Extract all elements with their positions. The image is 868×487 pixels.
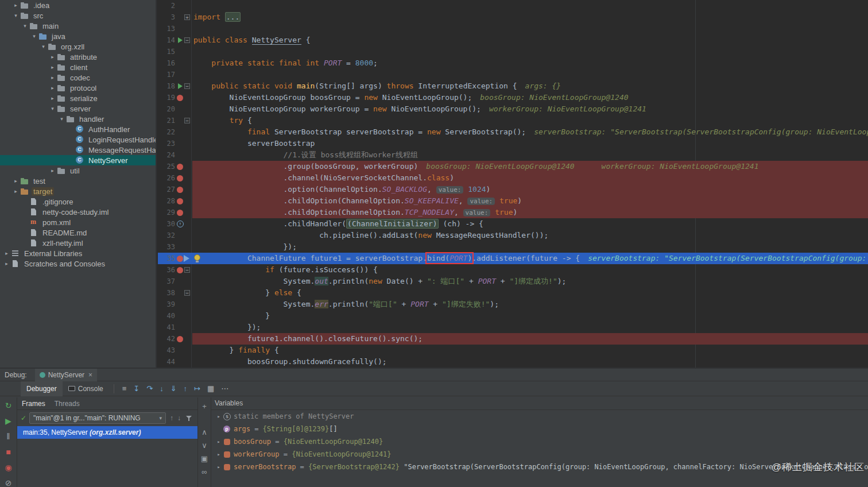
line-number[interactable]: 42	[158, 333, 175, 345]
code-text[interactable]: import ...	[193, 11, 241, 23]
line-number[interactable]: 25	[158, 161, 175, 172]
code-text[interactable]: });	[193, 322, 261, 333]
rerun-icon[interactable]: ↻	[5, 401, 12, 410]
fold-marker[interactable]: +	[184, 14, 190, 20]
line-number[interactable]: 3	[158, 11, 175, 23]
scroll-down-icon[interactable]: ∨	[202, 441, 207, 450]
tree-item-scratches-and-consoles[interactable]: ▸Scratches and Consoles	[0, 258, 156, 269]
line-number[interactable]: 16	[158, 57, 175, 69]
chevron-collapsed-icon[interactable]: ▸	[11, 2, 20, 8]
code-text[interactable]: .group(boosGroup, workerGroup)boosGroup:…	[193, 161, 759, 172]
line-number[interactable]: 43	[158, 345, 175, 356]
chevron-expanded-icon[interactable]: ▾	[39, 44, 48, 49]
tree-item-org-xzll[interactable]: ▾org.xzll	[0, 41, 156, 52]
code-text[interactable]: //1.设置 boss线程组和worker线程组	[193, 149, 418, 161]
mute-breakpoints-icon[interactable]: ⊘	[5, 478, 12, 487]
line-number[interactable]: 24	[158, 149, 175, 161]
tree-item-main[interactable]: ▾main	[0, 21, 156, 31]
filter-frames-icon[interactable]	[186, 415, 192, 422]
next-frame-icon[interactable]: ↓	[177, 414, 181, 422]
run-gutter-icon[interactable]	[178, 83, 183, 89]
breakpoint-icon[interactable]	[177, 256, 183, 262]
tree-item-src[interactable]: ▾src	[0, 10, 156, 21]
more-options-icon[interactable]: ⋯	[221, 384, 228, 393]
chevron-collapsed-icon[interactable]: ▸	[48, 168, 57, 173]
line-number[interactable]: 23	[158, 138, 175, 149]
line-number[interactable]: 13	[158, 23, 175, 34]
variable-row[interactable]: ▸static members of NettyServer	[211, 410, 868, 423]
tree-item-idea[interactable]: ▸.idea	[0, 0, 156, 10]
chevron-expanded-icon[interactable]: ▾	[48, 106, 57, 111]
close-tab-icon[interactable]: ×	[88, 371, 92, 379]
line-number[interactable]: 19	[158, 92, 175, 103]
variable-row[interactable]: ▸workerGroup = {NioEventLoopGroup@1241}	[211, 448, 868, 461]
layout-settings-icon[interactable]: ≡	[122, 384, 127, 393]
fold-marker[interactable]: −	[184, 83, 190, 89]
breakpoint-icon[interactable]	[177, 210, 183, 216]
chevron-collapsed-icon[interactable]: ▸	[215, 451, 223, 457]
line-number[interactable]: 36	[158, 264, 175, 276]
line-number[interactable]: 44	[158, 356, 175, 368]
frame-item-selected[interactable]: main:35, NettyServer (org.xzll.server)	[17, 426, 197, 439]
resume-icon[interactable]: ▶	[5, 416, 11, 426]
code-text[interactable]: public static void main(String[] args) t…	[193, 80, 561, 92]
copy-value-icon[interactable]: ▣	[201, 454, 208, 463]
code-text[interactable]: private static final int PORT = 8000;	[193, 57, 378, 69]
fold-marker[interactable]: −	[184, 37, 190, 43]
overrides-gutter-icon[interactable]	[177, 221, 184, 227]
chevron-collapsed-icon[interactable]: ▸	[11, 188, 20, 194]
editor[interactable]: 23+import ...1314−public class NettyServ…	[158, 0, 868, 368]
code-text[interactable]: } finally {	[193, 345, 279, 356]
tree-item-protocol[interactable]: ▸protocol	[0, 83, 156, 93]
tree-item-test[interactable]: ▸test	[0, 176, 156, 186]
line-number[interactable]: 21	[158, 115, 175, 126]
line-number[interactable]: 29	[158, 207, 175, 218]
code-text[interactable]: .channel(NioServerSocketChannel.class)	[193, 172, 454, 184]
chevron-collapsed-icon[interactable]: ▸	[48, 75, 57, 80]
breakpoint-icon[interactable]	[177, 267, 183, 273]
tree-item-java[interactable]: ▾java	[0, 31, 156, 41]
code-text[interactable]: .option(ChannelOption.SO_BACKLOG, value:…	[193, 184, 490, 196]
variable-row[interactable]: ▸serverBootstrap = {ServerBootstrap@1242…	[211, 461, 868, 473]
show-execution-point-icon[interactable]: ↧	[133, 384, 140, 393]
code-text[interactable]: System.out.println(new Date() + ": 端口[" …	[193, 276, 566, 287]
breakpoint-icon[interactable]	[177, 175, 183, 181]
tree-item-netty-code-study-iml[interactable]: netty-code-study.iml	[0, 207, 156, 217]
line-number[interactable]: 37	[158, 276, 175, 287]
tree-item-codec[interactable]: ▸codec	[0, 72, 156, 83]
line-number[interactable]: 28	[158, 195, 175, 207]
chevron-expanded-icon[interactable]: ▾	[11, 13, 20, 18]
chevron-collapsed-icon[interactable]: ▸	[215, 464, 223, 470]
line-number[interactable]: 39	[158, 299, 175, 310]
fold-marker[interactable]: −	[184, 290, 190, 296]
tree-item-authhandler[interactable]: AuthHandler	[0, 124, 156, 134]
line-number[interactable]: 14	[158, 34, 175, 46]
pause-icon[interactable]: ‖	[7, 432, 10, 441]
line-number[interactable]: 18	[158, 80, 175, 92]
tab-threads[interactable]: Threads	[55, 400, 80, 408]
step-out-icon[interactable]: ↑	[184, 384, 188, 393]
code-text[interactable]: .childOption(ChannelOption.TCP_NODELAY, …	[193, 207, 517, 219]
add-watch-icon[interactable]: +	[202, 402, 207, 411]
code-text[interactable]: } else {	[193, 287, 301, 299]
line-number[interactable]: 20	[158, 103, 175, 115]
code-text[interactable]: public class NettyServer {	[193, 34, 311, 46]
prev-frame-icon[interactable]: ↑	[170, 414, 173, 422]
tree-item-serialize[interactable]: ▸serialize	[0, 93, 156, 103]
tab-frames[interactable]: Frames	[22, 400, 45, 408]
tree-item-client[interactable]: ▸client	[0, 62, 156, 72]
tree-item-nettyserver[interactable]: NettyServer	[0, 155, 156, 165]
chevron-collapsed-icon[interactable]: ▸	[215, 413, 223, 419]
breakpoint-icon[interactable]	[177, 187, 183, 193]
run-gutter-icon[interactable]	[178, 37, 183, 43]
chevron-expanded-icon[interactable]: ▾	[30, 33, 38, 39]
chevron-collapsed-icon[interactable]: ▸	[2, 261, 11, 266]
code-text[interactable]: boosGroup.shutdownGracefully();	[193, 356, 387, 368]
fold-marker[interactable]: −	[184, 118, 190, 123]
thread-selector[interactable]: "main"@1 in gr..."main": RUNNING ▾	[29, 412, 166, 424]
watches-icon[interactable]: ∞	[202, 467, 207, 476]
step-over-icon[interactable]: ↷	[146, 384, 153, 393]
code-text[interactable]: .childHandler((ChannelInitializer) (ch) …	[193, 218, 483, 230]
code-text[interactable]: NioEventLoopGroup boosGroup = new NioEve…	[193, 92, 629, 103]
breakpoint-icon[interactable]	[177, 95, 183, 101]
